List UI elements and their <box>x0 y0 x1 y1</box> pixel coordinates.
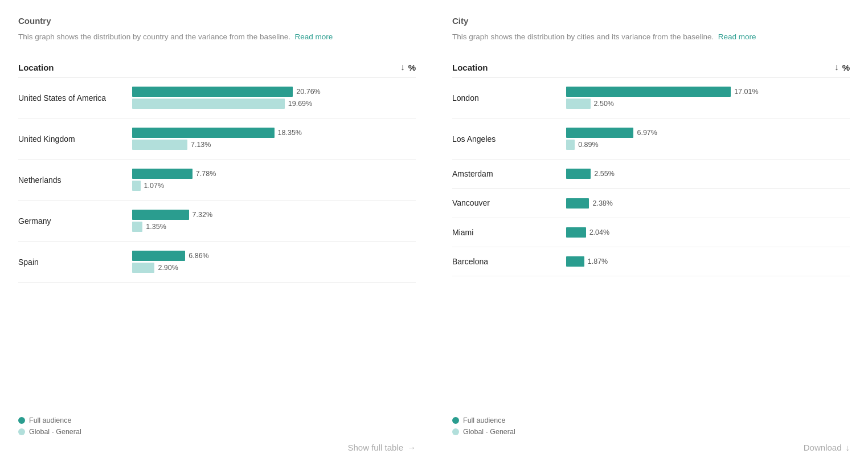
primary-bar <box>132 169 193 179</box>
primary-bar <box>566 169 591 179</box>
bars-container: 17.01%2.50% <box>566 87 850 109</box>
table-row: Vancouver2.38% <box>452 189 850 218</box>
legend-item: Full audience <box>452 416 850 424</box>
secondary-bar <box>132 222 142 232</box>
primary-bar-value: 2.04% <box>589 228 609 236</box>
city-col-sort: ↓ % <box>834 62 850 72</box>
table-row: Germany7.32%1.35% <box>18 201 416 242</box>
country-col-location: Location <box>18 63 132 72</box>
secondary-bar-row: 2.50% <box>566 99 850 109</box>
download-arrow-icon: ↓ <box>846 443 850 452</box>
table-row: Los Angeles6.97%0.89% <box>452 118 850 160</box>
row-label: Vancouver <box>452 198 566 208</box>
row-label: Barcelona <box>452 256 566 267</box>
primary-bar-value: 6.86% <box>189 252 208 260</box>
primary-bar-row: 7.32% <box>132 210 416 220</box>
table-row: Miami2.04% <box>452 218 850 247</box>
legend-dot <box>452 417 459 424</box>
city-legend: Full audienceGlobal - General <box>452 410 850 438</box>
secondary-bar <box>132 263 154 273</box>
country-legend: Full audienceGlobal - General <box>18 410 416 438</box>
primary-bar-row: 1.87% <box>566 256 850 267</box>
primary-bar-value: 6.97% <box>637 129 657 137</box>
show-full-table-label: Show full table <box>347 443 403 452</box>
secondary-bar-value: 19.69% <box>288 100 312 108</box>
primary-bar-value: 20.76% <box>296 88 320 96</box>
secondary-bar-row: 2.90% <box>132 263 416 273</box>
secondary-bar-row: 7.13% <box>132 140 416 150</box>
download-button[interactable]: Download ↓ <box>804 443 850 452</box>
row-label: Spain <box>18 257 132 267</box>
legend-item: Global - General <box>452 428 850 436</box>
secondary-bar-row: 1.07% <box>132 181 416 191</box>
primary-bar <box>132 128 275 138</box>
primary-bar <box>132 87 293 97</box>
primary-bar-row: 6.97% <box>566 128 850 138</box>
legend-item: Global - General <box>18 428 416 436</box>
secondary-bar <box>566 140 575 150</box>
primary-bar <box>566 128 633 138</box>
country-rows-container: United States of America20.76%19.69%Unit… <box>18 77 416 410</box>
bars-container: 2.38% <box>566 198 850 209</box>
primary-bar-value: 18.35% <box>278 129 302 137</box>
secondary-bar-row: 0.89% <box>566 140 850 150</box>
row-label: United Kingdom <box>18 134 132 144</box>
city-col-percent: % <box>842 63 850 72</box>
country-panel: Country This graph shows the distributio… <box>0 0 434 466</box>
secondary-bar <box>132 181 141 191</box>
secondary-bar <box>132 99 285 109</box>
secondary-bar-row: 19.69% <box>132 99 416 109</box>
primary-bar-value: 2.38% <box>592 199 612 207</box>
primary-bar-row: 2.38% <box>566 198 850 209</box>
secondary-bar-value: 0.89% <box>578 141 598 149</box>
table-row: United States of America20.76%19.69% <box>18 77 416 118</box>
legend-label: Global - General <box>29 428 81 436</box>
secondary-bar-value: 1.35% <box>146 223 166 231</box>
bars-container: 7.78%1.07% <box>132 169 416 191</box>
primary-bar-value: 2.55% <box>594 170 614 178</box>
primary-bar <box>566 87 731 97</box>
table-row: Netherlands7.78%1.07% <box>18 160 416 201</box>
city-title: City <box>452 16 850 26</box>
bars-container: 7.32%1.35% <box>132 210 416 232</box>
primary-bar-value: 1.87% <box>588 257 608 265</box>
country-description: This graph shows the distribution by cou… <box>18 31 416 43</box>
city-panel: City This graph shows the distribution b… <box>434 0 868 466</box>
city-rows-container: London17.01%2.50%Los Angeles6.97%0.89%Am… <box>452 77 850 410</box>
legend-label: Global - General <box>463 428 515 436</box>
primary-bar-row: 20.76% <box>132 87 416 97</box>
city-read-more-link[interactable]: Read more <box>718 32 756 41</box>
legend-dot <box>18 428 25 435</box>
primary-bar-value: 7.32% <box>193 211 212 219</box>
row-label: London <box>452 93 566 103</box>
table-row: Spain6.86%2.90% <box>18 242 416 283</box>
primary-bar-row: 6.86% <box>132 251 416 261</box>
row-label: Los Angeles <box>452 134 566 144</box>
primary-bar <box>566 198 589 209</box>
secondary-bar <box>566 99 591 109</box>
primary-bar-row: 2.04% <box>566 227 850 238</box>
country-read-more-link[interactable]: Read more <box>295 32 333 41</box>
row-label: United States of America <box>18 93 132 103</box>
legend-dot <box>18 417 25 424</box>
country-col-sort: ↓ % <box>400 62 416 72</box>
primary-bar-row: 18.35% <box>132 128 416 138</box>
bars-container: 1.87% <box>566 256 850 267</box>
primary-bar-row: 17.01% <box>566 87 850 97</box>
secondary-bar-value: 2.90% <box>158 264 178 272</box>
row-label: Miami <box>452 227 566 238</box>
primary-bar-value: 7.78% <box>196 170 216 178</box>
legend-item: Full audience <box>18 416 416 424</box>
bars-container: 18.35%7.13% <box>132 128 416 150</box>
secondary-bar-value: 1.07% <box>144 182 164 190</box>
bars-container: 6.97%0.89% <box>566 128 850 150</box>
sort-arrow-icon: ↓ <box>834 62 839 72</box>
city-col-location: Location <box>452 63 566 72</box>
download-label: Download <box>804 443 842 452</box>
legend-dot <box>452 428 459 435</box>
show-full-table-button[interactable]: Show full table → <box>347 443 416 452</box>
bars-container: 20.76%19.69% <box>132 87 416 109</box>
city-table-header: Location ↓ % <box>452 55 850 77</box>
legend-label: Full audience <box>463 416 505 424</box>
primary-bar-row: 7.78% <box>132 169 416 179</box>
